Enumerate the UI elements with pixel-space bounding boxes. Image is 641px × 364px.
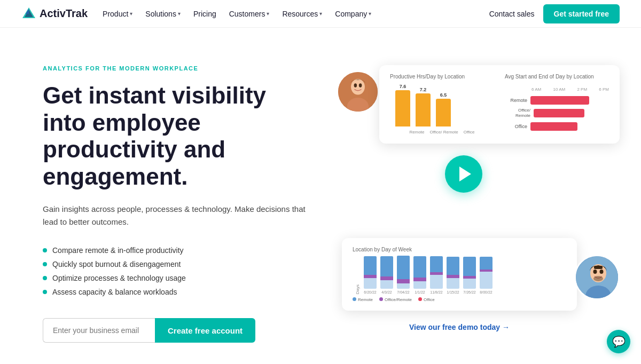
email-input[interactable] (43, 318, 155, 343)
play-icon (459, 167, 471, 181)
h-bar-label: Office/Remote (505, 108, 530, 119)
contact-sales-link[interactable]: Contact sales (489, 10, 535, 18)
bar-chart-title: Productive Hrs/Day by Location (390, 74, 494, 80)
bar-group: 6.5 (436, 92, 451, 126)
bar-group: 7.6 (395, 84, 410, 126)
chat-icon: 💬 (612, 335, 626, 348)
chat-button[interactable]: 💬 (607, 330, 630, 353)
bar-value: 6.5 (440, 92, 447, 98)
bar-x-label: 8/00/22 (480, 290, 492, 294)
list-item: Optimize processes & technology usage (43, 271, 310, 285)
h-chart-title: Avg Start and End of Day by Location (505, 74, 609, 80)
avatar-woman (337, 70, 379, 113)
bar-x-label: 1/1/22 (415, 290, 425, 294)
list-item: Quickly spot burnout & disengagement (43, 257, 310, 271)
nav-right: Contact sales Get started free (489, 4, 620, 23)
svg-point-13 (593, 270, 597, 274)
nav-pricing[interactable]: Pricing (193, 10, 216, 18)
nav-links: Product ▾ Solutions ▾ Pricing Customers … (103, 10, 371, 18)
bullet-dot-icon (43, 262, 47, 266)
nav-company[interactable]: Company ▾ (335, 10, 371, 18)
logo[interactable]: ActivTrak (21, 6, 88, 21)
hero-subtext: Gain insights across people, processes &… (43, 203, 310, 228)
nav-resources[interactable]: Resources ▾ (282, 10, 322, 18)
top-dashboard-card: Productive Hrs/Day by Location 7.6 7.2 6… (379, 65, 620, 144)
stacked-bar: 4/3/22 (380, 256, 393, 294)
bar-x-label: 7/04/22 (397, 290, 409, 294)
hero-headline: Get instant visibility into employee pro… (43, 82, 310, 190)
get-started-button[interactable]: Get started free (543, 4, 620, 23)
nav-customers[interactable]: Customers ▾ (229, 10, 270, 18)
nav-left: ActivTrak Product ▾ Solutions ▾ Pricing … (21, 6, 371, 21)
bar-label: Remote (410, 130, 425, 135)
logo-icon (21, 6, 36, 21)
bullet-dot-icon (43, 276, 47, 280)
chevron-down-icon: ▾ (319, 11, 322, 17)
bottom-dashboard-card: Location by Day of Week Days 6/20/22 4/3… (342, 238, 577, 311)
hero-eyebrow: ANALYTICS FOR THE MODERN WORKPLACE (43, 65, 310, 72)
y-axis-label: Days (355, 282, 360, 294)
chevron-down-icon: ▾ (369, 11, 371, 17)
bar-chart-bars: 7.6 7.2 6.5 (390, 84, 494, 126)
nav-solutions[interactable]: Solutions ▾ (145, 10, 181, 18)
bar-label: Office (464, 130, 475, 135)
legend-item-office-remote: Office/Remote (379, 297, 412, 302)
hero-left: ANALYTICS FOR THE MODERN WORKPLACE Get i… (43, 60, 310, 343)
h-bar-label: Office (505, 124, 527, 129)
avatar-man-image (576, 256, 620, 300)
stacked-bar: 6/20/22 (364, 256, 377, 294)
h-bar-row: Office/Remote (505, 108, 609, 119)
create-account-button[interactable]: Create free account (155, 318, 255, 343)
play-button[interactable] (445, 155, 482, 193)
svg-point-14 (600, 270, 604, 274)
h-bar (530, 122, 577, 131)
bullet-dot-icon (43, 290, 47, 294)
demo-link-container: View our free demo today → (331, 322, 588, 332)
bar-x-label: 6/20/22 (364, 290, 376, 294)
h-bar (530, 96, 589, 105)
chevron-down-icon: ▾ (130, 11, 132, 17)
chart-legend: Remote Office/Remote Office (353, 297, 566, 302)
bar-x-label: 11/8/22 (430, 290, 442, 294)
demo-link[interactable]: View our free demo today → (409, 323, 510, 331)
bar-chart: Productive Hrs/Day by Location 7.6 7.2 6… (390, 74, 494, 135)
stacked-bar-chart: Days 6/20/22 4/3/22 7/04/2 (353, 257, 566, 294)
stacked-bar: 8/00/22 (480, 257, 493, 294)
chevron-down-icon: ▾ (178, 11, 181, 17)
stacked-bar: 7/04/22 (397, 256, 410, 294)
list-item: Assess capacity & balance workloads (43, 285, 310, 299)
bar-x-label: 7/26/22 (463, 290, 475, 294)
bullet-list: Compare remote & in-office productivity … (43, 243, 310, 299)
nav-product[interactable]: Product ▾ (103, 10, 132, 18)
bar (436, 99, 451, 126)
list-item: Compare remote & in-office productivity (43, 243, 310, 257)
bar (395, 90, 410, 126)
hero-section: ANALYTICS FOR THE MODERN WORKPLACE Get i… (0, 28, 641, 364)
svg-point-15 (593, 276, 603, 281)
bullet-dot-icon (43, 248, 47, 252)
stacked-bar: 11/8/22 (430, 256, 443, 294)
h-bar (534, 109, 584, 117)
legend-item-remote: Remote (353, 297, 373, 302)
hero-dashboard: Productive Hrs/Day by Location 7.6 7.2 6… (331, 60, 620, 316)
bottom-chart-title: Location by Day of Week (353, 247, 566, 252)
stacked-bar: 1/1/22 (413, 256, 426, 294)
stacked-bar: 7/26/22 (463, 257, 476, 294)
bar-labels: Remote Office/ Remote Office (390, 130, 494, 135)
svg-rect-16 (594, 266, 603, 269)
avatar-man (574, 255, 620, 300)
time-labels: 6 AM 10 AM 2 PM 6 PM (505, 87, 609, 92)
bar-x-label: 4/3/22 (381, 290, 392, 294)
cta-row: Create free account (43, 318, 310, 343)
h-bar-row: Office (505, 122, 609, 131)
svg-point-7 (354, 83, 357, 87)
navbar: ActivTrak Product ▾ Solutions ▾ Pricing … (0, 0, 641, 28)
bar-x-label: 1/15/22 (447, 290, 459, 294)
bar-value: 7.2 (420, 87, 427, 92)
bar-label: Office/ Remote (430, 130, 458, 135)
svg-point-8 (359, 83, 362, 87)
logo-text: ActivTrak (40, 7, 88, 20)
bar-group: 7.2 (416, 87, 431, 126)
legend-item-office: Office (418, 297, 435, 302)
horizontal-bar-chart: Avg Start and End of Day by Location 6 A… (505, 74, 609, 135)
